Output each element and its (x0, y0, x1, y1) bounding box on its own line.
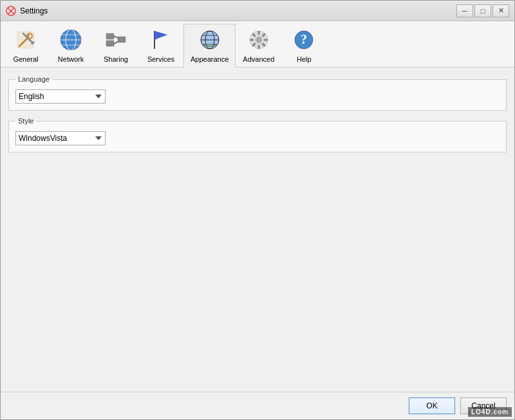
svg-line-17 (114, 36, 118, 38)
title-controls: ─ □ ✕ (456, 5, 509, 17)
general-label: General (13, 55, 38, 63)
style-select[interactable]: WindowsVista Windows Fusion macintosh (15, 131, 106, 145)
help-label: Help (297, 55, 312, 63)
title-bar: Settings ─ □ ✕ (1, 1, 514, 21)
svg-point-27 (256, 37, 262, 43)
svg-rect-15 (106, 41, 114, 46)
toolbar-item-advanced[interactable]: Advanced (236, 24, 281, 68)
toolbar-item-appearance[interactable]: Appearance (183, 24, 236, 68)
ok-button[interactable]: OK (409, 397, 455, 414)
network-icon (58, 27, 84, 53)
content-area: Language English French German Spanish S… (1, 68, 514, 392)
advanced-label: Advanced (243, 55, 274, 63)
toolbar: General Network (1, 21, 514, 68)
svg-rect-16 (118, 37, 126, 42)
help-icon: ? (291, 27, 317, 53)
services-label: Services (147, 55, 174, 63)
sharing-label: Sharing (104, 55, 128, 63)
language-section: Language English French German Spanish (8, 75, 507, 111)
toolbar-item-services[interactable]: Services (138, 24, 183, 68)
general-icon (13, 27, 39, 53)
toolbar-item-help[interactable]: ? Help (281, 24, 326, 68)
svg-marker-20 (154, 31, 167, 40)
title-bar-left: Settings (6, 6, 48, 16)
svg-rect-14 (106, 33, 114, 39)
svg-text:?: ? (301, 32, 307, 46)
settings-window: Settings ─ □ ✕ Gener (0, 0, 515, 420)
language-select[interactable]: English French German Spanish (15, 89, 106, 104)
bottom-bar: OK Cancel (1, 392, 514, 419)
maximize-button[interactable]: □ (474, 5, 491, 17)
language-legend: Language (15, 75, 52, 83)
svg-line-18 (114, 42, 118, 44)
window-icon (6, 6, 16, 16)
window-title: Settings (20, 6, 48, 15)
appearance-label: Appearance (191, 55, 229, 63)
watermark: LO4D.com (468, 407, 512, 417)
advanced-icon (246, 27, 272, 53)
minimize-button[interactable]: ─ (456, 5, 473, 17)
toolbar-item-general[interactable]: General (3, 24, 48, 68)
network-label: Network (58, 55, 84, 63)
close-button[interactable]: ✕ (492, 5, 509, 17)
toolbar-item-sharing[interactable]: Sharing (93, 24, 138, 68)
sharing-icon (103, 27, 129, 53)
appearance-icon (197, 27, 223, 53)
style-section: Style WindowsVista Windows Fusion macint… (8, 117, 507, 152)
style-legend: Style (15, 117, 36, 125)
services-icon (148, 27, 174, 53)
toolbar-item-network[interactable]: Network (48, 24, 93, 68)
